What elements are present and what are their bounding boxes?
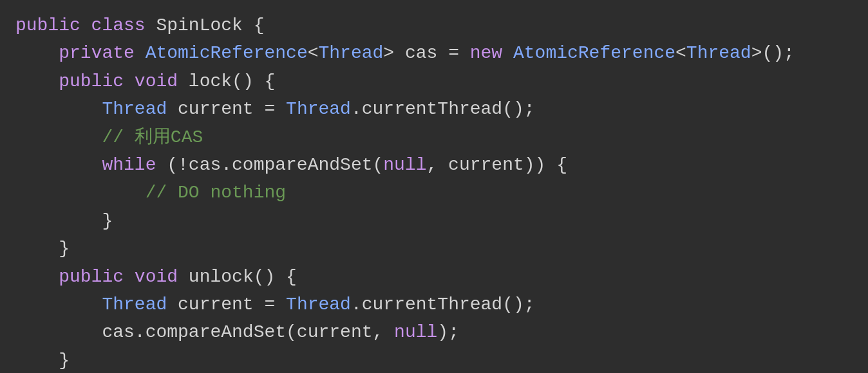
code-line-13: } bbox=[15, 347, 853, 373]
code-line-9: } bbox=[15, 235, 853, 262]
code-line-7: // DO nothing bbox=[15, 179, 853, 206]
code-block: public class SpinLock { private AtomicRe… bbox=[0, 0, 868, 373]
code-line-12: cas.compareAndSet(current, null); bbox=[15, 318, 853, 346]
code-line-6: while (!cas.compareAndSet(null, current)… bbox=[15, 151, 853, 179]
code-line-4: Thread current = Thread.currentThread(); bbox=[15, 95, 853, 123]
code-line-1: public class SpinLock { bbox=[15, 12, 853, 39]
code-line-5: // 利用CAS bbox=[15, 123, 853, 151]
code-line-11: Thread current = Thread.currentThread(); bbox=[15, 291, 853, 318]
code-line-10: public void unlock() { bbox=[15, 263, 853, 291]
code-line-2: private AtomicReference<Thread> cas = ne… bbox=[15, 39, 853, 67]
code-line-3: public void lock() { bbox=[15, 68, 853, 95]
code-line-8: } bbox=[15, 207, 853, 235]
